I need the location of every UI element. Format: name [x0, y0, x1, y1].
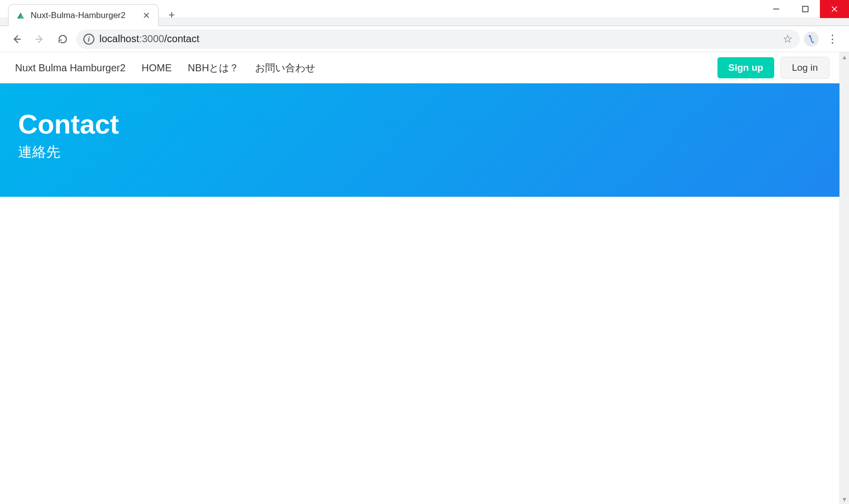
close-tab-button[interactable]: ✕: [141, 10, 151, 21]
signup-button[interactable]: Sign up: [717, 57, 775, 78]
minimize-button[interactable]: [762, 0, 791, 18]
nuxt-favicon: [16, 11, 26, 21]
login-button[interactable]: Log in: [780, 57, 829, 79]
site-info-icon[interactable]: i: [83, 34, 94, 45]
tab-title: Nuxt-Bulma-Hamburger2: [31, 11, 136, 21]
url-text: localhost:3000/contact: [99, 33, 199, 45]
browser-tab[interactable]: Nuxt-Bulma-Hamburger2 ✕: [8, 4, 159, 26]
nav-about[interactable]: NBHとは？: [180, 52, 247, 83]
url-path: /contact: [164, 33, 199, 44]
hero-subtitle: 連絡先: [18, 143, 821, 162]
tab-strip: Nuxt-Bulma-Hamburger2 ✕ +: [0, 0, 849, 26]
vertical-scrollbar[interactable]: ▲ ▼: [839, 52, 849, 504]
bookmark-star-icon[interactable]: ☆: [783, 33, 793, 46]
url-host: localhost: [99, 33, 139, 44]
hero-title: Contact: [18, 108, 821, 140]
url-port: :3000: [139, 33, 164, 44]
hero-section: Contact 連絡先: [0, 83, 839, 197]
site-navbar: Nuxt Bulma Hamburger2 HOME NBHとは？ お問い合わせ…: [0, 52, 839, 83]
scroll-up-arrow[interactable]: ▲: [841, 53, 848, 61]
address-bar[interactable]: i localhost:3000/contact ☆: [76, 30, 800, 49]
browser-toolbar: i localhost:3000/contact ☆ ⋮: [0, 26, 849, 52]
svg-rect-1: [803, 7, 808, 12]
new-tab-button[interactable]: +: [163, 6, 181, 24]
svg-point-6: [809, 35, 811, 37]
page-viewport: Nuxt Bulma Hamburger2 HOME NBHとは？ お問い合わせ…: [0, 52, 839, 504]
forward-button[interactable]: [30, 30, 49, 49]
nav-home[interactable]: HOME: [134, 52, 180, 83]
close-window-button[interactable]: [820, 0, 849, 18]
browser-menu-button[interactable]: ⋮: [823, 33, 842, 46]
reload-button[interactable]: [53, 30, 72, 49]
extension-icon[interactable]: [804, 32, 819, 47]
nav-contact[interactable]: お問い合わせ: [247, 52, 323, 83]
brand-link[interactable]: Nuxt Bulma Hamburger2: [7, 62, 134, 74]
back-button[interactable]: [7, 30, 26, 49]
scroll-down-arrow[interactable]: ▼: [841, 495, 848, 503]
maximize-button[interactable]: [791, 0, 820, 18]
